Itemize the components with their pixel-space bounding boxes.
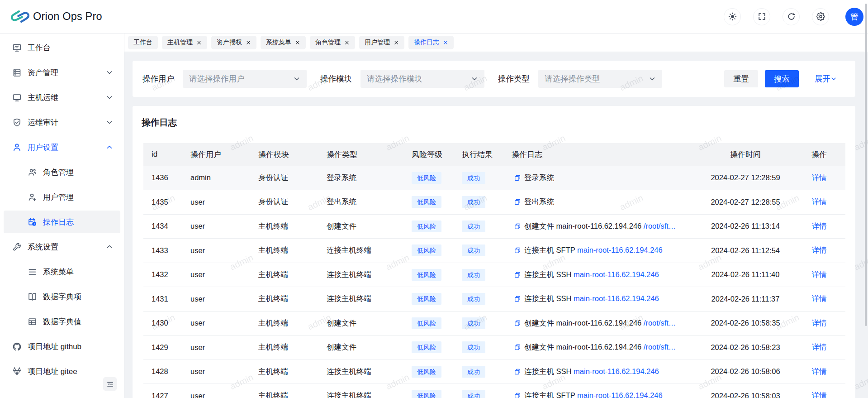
copy-icon[interactable] [514, 223, 521, 230]
sidebar-item-12[interactable]: 数据字典值 [4, 310, 120, 333]
settings-button[interactable] [812, 8, 829, 25]
log-cell: 创建文件 main-root-116.62.194.246 /root/sft… [514, 221, 694, 231]
detail-link[interactable]: 详情 [812, 319, 827, 327]
table-card: 操作日志 id操作用户操作模块操作类型风险等级执行结果操作日志操作时间操作 14… [133, 106, 855, 398]
tab-3[interactable]: 资产授权 [211, 36, 256, 49]
copy-icon[interactable] [514, 368, 521, 375]
tab-2[interactable]: 主机管理 [162, 36, 207, 49]
sidebar-item-13[interactable]: 项目地址 github [4, 335, 120, 358]
sidebar-item-label: 系统设置 [28, 242, 106, 252]
risk-level-badge: 低风险 [412, 172, 441, 184]
menu-fold-icon [107, 381, 114, 388]
chevron-down-icon [649, 75, 656, 82]
log-link[interactable]: main-root-116.62.194.246 [574, 294, 659, 302]
cell-time: 2024-02-26 11:13:14 [711, 222, 780, 230]
sidebar-item-5[interactable]: 用户设置 [4, 136, 120, 158]
theme-icon [728, 12, 737, 21]
risk-level-badge: 低风险 [412, 317, 441, 329]
filter-select-3[interactable]: 请选择操作类型 [538, 70, 662, 88]
copy-icon[interactable] [514, 198, 521, 206]
log-cell: 连接主机 SSH main-root-116.62.194.246 [514, 270, 694, 280]
user-avatar[interactable]: 管 [845, 8, 863, 26]
tab-5[interactable]: 角色管理 [310, 36, 355, 49]
copy-icon[interactable] [514, 174, 521, 182]
sidebar-item-1[interactable]: 工作台 [4, 36, 120, 59]
sidebar-item-2[interactable]: 资产管理 [4, 61, 120, 84]
refresh-button[interactable] [783, 8, 800, 25]
tab-7[interactable]: 操作日志 [408, 36, 454, 49]
detail-link[interactable]: 详情 [812, 246, 827, 254]
log-link[interactable]: /root/sft… [644, 319, 676, 327]
shell: 工作台资产管理主机运维运维审计用户设置角色管理用户管理操作日志系统设置系统菜单数… [0, 34, 868, 398]
tab-close-icon[interactable] [394, 40, 399, 45]
sidebar-item-label: 项目地址 github [28, 341, 113, 352]
tab-4[interactable]: 系统菜单 [261, 36, 306, 49]
detail-link[interactable]: 详情 [812, 343, 827, 351]
log-text: 创建文件 main-root-116.62.194.246 /root/sft… [524, 318, 676, 328]
sidebar-item-label: 资产管理 [28, 67, 106, 78]
sidebar-item-4[interactable]: 运维审计 [4, 111, 120, 134]
column-header-7: 操作日志 [503, 143, 698, 166]
tab-label: 操作日志 [414, 38, 439, 47]
log-link[interactable]: main-root-116.62.194.246 [577, 246, 663, 254]
cell-type: 连接主机终端 [327, 246, 371, 254]
detail-link[interactable]: 详情 [812, 294, 827, 302]
tab-close-icon[interactable] [246, 40, 251, 45]
log-link[interactable]: main-root-116.62.194.246 [574, 367, 659, 375]
result-badge: 成功 [462, 390, 485, 398]
copy-icon[interactable] [514, 247, 521, 254]
sidebar-collapse-button[interactable] [103, 377, 117, 391]
theme-toggle-button[interactable] [724, 8, 741, 25]
expand-toggle[interactable]: 展开 [815, 73, 837, 84]
column-header-1: id [143, 143, 182, 166]
fullscreen-button[interactable] [753, 8, 770, 25]
filter-label: 操作模块 [320, 73, 352, 84]
detail-link[interactable]: 详情 [812, 222, 827, 230]
sidebar-item-3[interactable]: 主机运维 [4, 86, 120, 109]
tab-close-icon[interactable] [295, 40, 300, 45]
log-link[interactable]: /root/sft… [644, 222, 676, 230]
filter-select-1[interactable]: 请选择操作用户 [183, 70, 307, 88]
sidebar-item-6[interactable]: 角色管理 [4, 161, 120, 183]
log-link[interactable]: /root/sft… [644, 343, 676, 351]
copy-icon[interactable] [514, 392, 521, 398]
sidebar-item-9[interactable]: 系统设置 [4, 235, 120, 258]
main-area: 工作台主机管理资产授权系统菜单角色管理用户管理操作日志 操作用户请选择操作用户操… [124, 34, 868, 398]
detail-link[interactable]: 详情 [812, 197, 827, 206]
tab-close-icon[interactable] [344, 40, 350, 45]
tab-1[interactable]: 工作台 [128, 36, 158, 49]
topbar-actions: 管 [724, 8, 863, 26]
sidebar-item-label: 主机运维 [28, 92, 106, 103]
sidebar-item-11[interactable]: 数据字典项 [4, 285, 120, 308]
detail-link[interactable]: 详情 [812, 391, 827, 398]
tab-close-icon[interactable] [196, 40, 202, 45]
detail-link[interactable]: 详情 [812, 173, 827, 182]
filter-item-1: 操作用户请选择操作用户 [142, 70, 307, 88]
log-link[interactable]: main-root-116.62.194.246 [574, 270, 659, 278]
reset-button[interactable]: 重置 [724, 70, 758, 87]
sidebar-item-10[interactable]: 系统菜单 [4, 260, 120, 283]
detail-link[interactable]: 详情 [812, 367, 827, 375]
vertical-scrollbar[interactable] [865, 4, 867, 326]
sys-settings-icon [12, 242, 22, 252]
detail-link[interactable]: 详情 [812, 270, 827, 278]
log-text: 登录系统 [524, 173, 554, 183]
tab-6[interactable]: 用户管理 [359, 36, 404, 49]
copy-icon[interactable] [514, 295, 521, 302]
sidebar-item-7[interactable]: 用户管理 [4, 186, 120, 208]
tab-label: 工作台 [133, 38, 152, 47]
filter-select-2[interactable]: 请选择操作模块 [360, 70, 484, 88]
cell-time: 2024-02-27 12:28:59 [711, 173, 780, 182]
log-link[interactable]: main-root-116.62.194.246 [577, 391, 663, 398]
sidebar-item-8[interactable]: 操作日志 [4, 211, 120, 233]
tab-close-icon[interactable] [443, 40, 448, 45]
asset-icon [12, 68, 22, 77]
cell-module: 主机终端 [258, 319, 288, 327]
copy-icon[interactable] [514, 320, 521, 327]
copy-icon[interactable] [514, 271, 521, 278]
copy-icon[interactable] [514, 344, 521, 351]
log-cell: 创建文件 main-root-116.62.194.246 /root/sft… [514, 318, 694, 328]
result-badge: 成功 [462, 366, 485, 378]
app-logo-icon [11, 10, 29, 23]
search-button[interactable]: 搜索 [765, 70, 799, 87]
